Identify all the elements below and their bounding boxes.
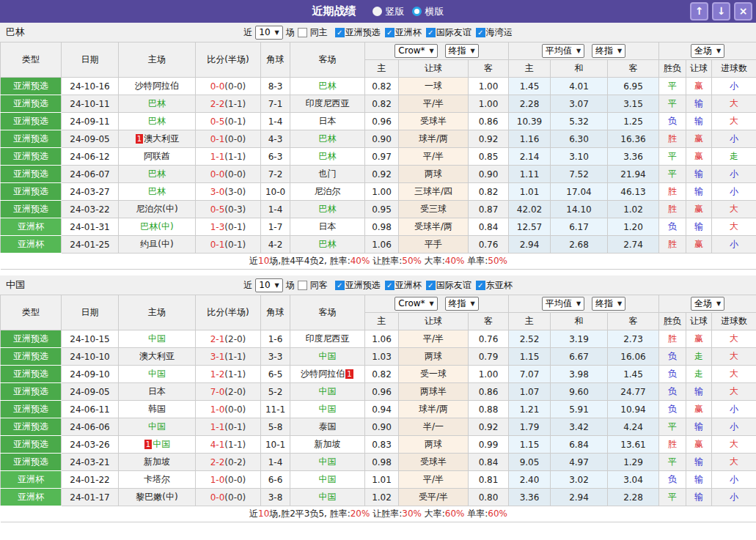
avg-home-odds: 2.40: [509, 471, 551, 489]
corner-score: 1-6: [261, 330, 290, 348]
avg-draw-odds: 3.02: [551, 471, 608, 489]
home-team-name: 约旦(中): [140, 239, 173, 249]
match-result: 胜: [659, 436, 686, 454]
chevron-down-icon: ▼: [576, 48, 581, 54]
average-select[interactable]: 平均值▼: [542, 44, 584, 58]
chevron-down-icon: ▼: [430, 300, 434, 307]
league-type-badge: 亚洲预选: [1, 130, 62, 148]
match-count-select[interactable]: 10 ▼: [255, 26, 282, 40]
avg-draw-odds: 2.94: [551, 489, 608, 506]
same-venue-label: 同客: [310, 279, 328, 292]
same-venue-checkbox[interactable]: [298, 28, 307, 37]
handicap-line: 一球: [399, 78, 469, 95]
home-team-cell: 卡塔尔: [119, 471, 196, 489]
col-header-type: 类型: [1, 42, 62, 78]
home-team-cell: 巴林(中): [119, 218, 196, 236]
score-cell: 1-1(0-1): [196, 418, 261, 436]
chevron-down-icon: ▼: [471, 300, 475, 307]
match-row: 亚洲预选24-06-11韩国1-0(0-0)11-1中国0.94球半/两0.88…: [1, 401, 756, 418]
corner-score: 1-4: [261, 113, 290, 130]
period-select[interactable]: 全场▼: [691, 44, 724, 58]
avg-draw-odds: 3.42: [551, 418, 608, 436]
match-result: 负: [659, 348, 686, 366]
radio-horizontal-layout[interactable]: 横版: [412, 5, 444, 18]
away-team-name: 巴林: [319, 239, 337, 249]
match-count-select[interactable]: 10 ▼: [255, 278, 282, 292]
crow-home-odds: 1.00: [365, 183, 399, 201]
sub-header-handicap: 让球: [686, 60, 712, 78]
league-type-badge: 亚洲预选: [1, 78, 62, 95]
sub-header-avg-draw: 和: [551, 313, 608, 330]
league-checkbox[interactable]: ✓: [476, 28, 485, 37]
sub-header-avg-home: 主: [509, 313, 551, 330]
radio-unselected-icon[interactable]: [412, 7, 422, 16]
bookmaker-select[interactable]: Crow*▼: [394, 297, 437, 311]
radio-selected-icon[interactable]: [373, 7, 382, 16]
crow-away-odds: 0.84: [469, 218, 509, 236]
away-team-cell: 新加坡: [290, 436, 365, 454]
sub-header-avg-draw: 和: [551, 60, 608, 78]
league-checkbox[interactable]: ✓: [335, 28, 345, 37]
league-checkbox[interactable]: ✓: [476, 281, 485, 290]
window-title: 近期战绩: [312, 4, 356, 18]
summary-segment: 单率:: [464, 508, 488, 519]
period-select[interactable]: 全场▼: [691, 297, 724, 311]
league-checkbox-label: 国际友谊: [436, 279, 471, 292]
team-name: 中国: [6, 278, 25, 292]
league-checkbox[interactable]: ✓: [426, 281, 436, 290]
move-up-button[interactable]: ↑: [690, 2, 708, 21]
bookmaker-select[interactable]: Crow*▼: [394, 44, 437, 58]
crow-away-odds: 0.80: [469, 489, 509, 506]
match-result: 平: [659, 95, 686, 113]
col-header-score: 比分(半场): [196, 295, 261, 330]
away-team-cell: 中国: [290, 348, 365, 366]
near-label: 近: [243, 279, 252, 292]
same-venue-checkbox[interactable]: [298, 281, 307, 290]
league-checkbox[interactable]: ✓: [426, 28, 436, 37]
radio-vertical-layout[interactable]: 竖版: [373, 5, 405, 18]
move-down-button[interactable]: ↓: [712, 2, 730, 21]
match-date: 24-01-22: [62, 471, 119, 489]
home-team-name: 日本: [148, 386, 166, 396]
match-date: 24-06-12: [62, 148, 119, 166]
chevron-down-icon: ▼: [275, 282, 279, 289]
summary-segment: 大率:: [422, 508, 445, 519]
match-row: 亚洲预选24-09-11巴林0-5(0-1)1-4日本0.96受球半0.8610…: [1, 113, 756, 130]
odds-stage-select[interactable]: 终指▼: [445, 44, 479, 58]
odds-stage-select-2[interactable]: 终指▼: [592, 297, 625, 311]
league-checkbox[interactable]: ✓: [385, 28, 394, 37]
crow-away-odds: 1.00: [469, 78, 509, 95]
avg-home-odds: 42.02: [509, 201, 551, 218]
avg-away-odds: 1.02: [608, 201, 659, 218]
summary-segment: 40%: [351, 256, 370, 266]
home-team-name: 中国: [148, 369, 166, 379]
sub-header-result: 胜负: [659, 60, 686, 78]
handicap-line: 两球: [399, 166, 469, 183]
avg-draw-odds: 5.32: [551, 113, 608, 130]
goals-result: 小: [712, 130, 756, 148]
league-checkbox[interactable]: ✓: [385, 281, 394, 290]
goals-result: 大: [712, 218, 756, 236]
league-checkbox[interactable]: ✓: [335, 281, 345, 290]
down-arrow-icon: ↓: [717, 5, 726, 17]
corner-score: 1-4: [261, 454, 290, 471]
handicap-line: 受平/半: [399, 489, 469, 506]
chevron-down-icon: ▼: [716, 48, 721, 54]
match-date: 24-03-22: [62, 201, 119, 218]
odds-stage-select[interactable]: 终指▼: [445, 297, 479, 311]
away-team-cell: 沙特阿拉伯1: [290, 366, 365, 383]
summary-segment: 20%: [351, 508, 370, 519]
average-select[interactable]: 平均值▼: [542, 297, 584, 311]
match-date: 24-09-05: [62, 130, 119, 148]
crow-home-odds: 0.82: [365, 78, 399, 95]
corner-score: 4-3: [261, 130, 290, 148]
odds-stage-select-2[interactable]: 终指▼: [592, 44, 625, 58]
home-team-cell: 中国: [119, 418, 196, 436]
home-team-name: 韩国: [148, 404, 166, 414]
league-type-badge: 亚洲预选: [1, 401, 62, 418]
crow-away-odds: 0.86: [469, 383, 509, 401]
close-button[interactable]: ×: [734, 2, 752, 21]
goals-result: 小: [712, 471, 756, 489]
goals-result: 走: [712, 148, 756, 166]
match-result: 负: [659, 383, 686, 401]
